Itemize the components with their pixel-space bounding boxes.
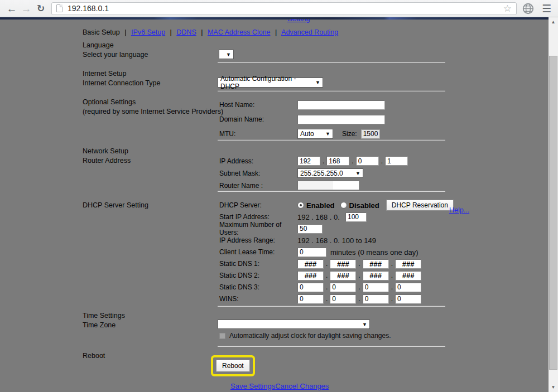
- dns3-octet2-input[interactable]: [330, 283, 356, 292]
- section-title: Language: [83, 41, 148, 50]
- bookmark-star-icon[interactable]: ☆: [503, 4, 512, 13]
- reload-icon[interactable]: ↻: [33, 4, 48, 13]
- dns2-octet3-input[interactable]: [363, 271, 389, 280]
- dns1-octet2-input[interactable]: [330, 259, 356, 269]
- mtu-label: MTU:: [219, 130, 297, 138]
- cancel-changes-link[interactable]: Cancel Changes: [275, 382, 329, 390]
- forward-icon[interactable]: →: [19, 3, 33, 14]
- static-dns1-row: Static DNS 1: . . .: [219, 259, 482, 269]
- wins-octet3-input[interactable]: [363, 294, 389, 304]
- dst-label: Automatically adjust clock for daylight …: [229, 332, 391, 340]
- scrollbar-thumb[interactable]: [549, 56, 557, 370]
- dns1-octet4-input[interactable]: [395, 259, 421, 269]
- start-ip-input[interactable]: [345, 212, 367, 222]
- browser-toolbar: ← → ↻ 192.168.0.1 ☆ ☰: [0, 0, 558, 17]
- wins-label: WINS:: [219, 295, 297, 303]
- host-name-label: Host Name:: [219, 101, 297, 109]
- wins-octet2-input[interactable]: [330, 294, 356, 304]
- max-users-input[interactable]: [297, 224, 323, 234]
- dns2-octet2-input[interactable]: [330, 271, 356, 280]
- subnet-mask-select[interactable]: 255.255.255.0 ▼: [297, 168, 363, 178]
- router-name-input[interactable]: [297, 181, 359, 190]
- section-divider: [218, 62, 445, 63]
- router-admin-page: ← → ↻ 192.168.0.1 ☆ ☰ Setting ▲ ▼ Basic …: [0, 0, 558, 392]
- subnet-mask-label: Subnet Mask:: [219, 170, 297, 177]
- ip-octet3-input[interactable]: [356, 156, 379, 166]
- wins-octet4-input[interactable]: [395, 294, 421, 304]
- network-setup-form: IP Address: . . . Subnet Mask: 255.255.2…: [219, 156, 454, 193]
- section-divider: [218, 346, 445, 347]
- router-name-row: Router Name :: [219, 181, 454, 190]
- dot-separator: .: [381, 157, 383, 165]
- save-settings-link[interactable]: Save Settings: [230, 382, 275, 390]
- reboot-section-heading: Reboot: [83, 351, 105, 361]
- dot-separator: .: [391, 295, 393, 303]
- back-icon[interactable]: ←: [4, 3, 19, 14]
- dropdown-arrow-icon: ▼: [359, 322, 367, 327]
- dot-separator: .: [326, 283, 328, 291]
- mtu-select[interactable]: Auto ▼: [297, 129, 333, 139]
- section-title: Optional Settings: [83, 98, 223, 107]
- tab-ipv6-setup[interactable]: IPv6 Setup: [131, 28, 165, 36]
- dns2-octet1-input[interactable]: [297, 271, 324, 280]
- host-name-input[interactable]: [297, 100, 385, 110]
- tab-basic-setup[interactable]: Basic Setup: [83, 28, 120, 36]
- scroll-down-icon[interactable]: ▼: [549, 384, 558, 391]
- dns3-octet1-input[interactable]: [297, 283, 324, 292]
- static-dns3-label: Static DNS 3:: [219, 283, 297, 291]
- tab-advanced-routing[interactable]: Advanced Routing: [281, 28, 338, 36]
- url-text[interactable]: 192.168.0.1: [68, 4, 503, 13]
- dropdown-arrow-icon: ▼: [352, 171, 360, 176]
- section-title: Time Settings: [83, 311, 125, 321]
- vertical-scrollbar[interactable]: ▲ ▼: [549, 17, 558, 392]
- tab-separator: |: [124, 28, 126, 36]
- ip-octet2-input[interactable]: [326, 156, 349, 166]
- scroll-up-icon[interactable]: ▲: [549, 18, 558, 26]
- tab-mac-address-clone[interactable]: MAC Address Clone: [208, 28, 271, 36]
- dhcp-reservation-button[interactable]: DHCP Reservation: [386, 200, 454, 211]
- wins-octet1-input[interactable]: [297, 294, 324, 304]
- connection-type-select[interactable]: Automatic Configuration - DHCP ▼: [218, 78, 323, 88]
- section-subtitle: Router Address: [83, 156, 131, 166]
- dot-separator: .: [391, 272, 393, 279]
- domain-name-row: Domain Name:: [219, 114, 442, 124]
- timezone-select[interactable]: ▼: [218, 320, 370, 329]
- dns1-octet1-input[interactable]: [297, 259, 324, 269]
- ip-octet1-input[interactable]: [297, 156, 320, 166]
- clipped-header-link[interactable]: Setting: [287, 19, 310, 23]
- language-select[interactable]: ▼: [219, 50, 234, 59]
- section-subtitle: (required by some Internet Service Provi…: [83, 107, 223, 117]
- dropdown-arrow-icon: ▼: [322, 131, 330, 137]
- ip-octet4-input[interactable]: [385, 156, 408, 166]
- dns1-octet3-input[interactable]: [363, 259, 389, 269]
- dns3-octet3-input[interactable]: [363, 283, 389, 292]
- dhcp-disabled-radio[interactable]: [340, 202, 347, 209]
- dhcp-enabled-radio[interactable]: [297, 202, 304, 209]
- globe-icon[interactable]: [522, 3, 534, 14]
- selected-option: Auto: [300, 130, 314, 138]
- ip-range-row: IP Address Range: 192 . 168 . 0. 100 to …: [219, 235, 482, 245]
- tab-separator: |: [201, 28, 203, 36]
- address-bar[interactable]: 192.168.0.1 ☆: [51, 2, 517, 15]
- size-label: Size:: [342, 130, 357, 138]
- network-setup-heading: Network Setup Router Address: [83, 147, 131, 166]
- static-dns2-label: Static DNS 2:: [219, 272, 297, 279]
- section-title: Internet Setup: [83, 69, 160, 79]
- tab-ddns[interactable]: DDNS: [176, 28, 196, 36]
- lease-time-input[interactable]: [297, 248, 326, 257]
- dot-separator: .: [323, 157, 324, 165]
- domain-name-label: Domain Name:: [219, 115, 297, 123]
- domain-name-input[interactable]: [297, 115, 385, 124]
- reboot-button[interactable]: Reboot: [216, 360, 250, 372]
- dot-separator: .: [358, 260, 360, 268]
- mtu-size-input[interactable]: [361, 129, 380, 139]
- max-users-row: Maximum Number of Users:: [219, 224, 482, 234]
- max-users-label: Maximum Number of Users:: [219, 221, 297, 236]
- dot-separator: .: [358, 272, 360, 279]
- dns2-octet4-input[interactable]: [395, 271, 421, 280]
- menu-icon[interactable]: ☰: [542, 3, 551, 14]
- help-link[interactable]: Help...: [449, 206, 469, 214]
- dns3-octet4-input[interactable]: [395, 283, 421, 292]
- dst-checkbox[interactable]: [219, 333, 225, 339]
- internet-setup-heading: Internet Setup Internet Connection Type: [83, 69, 160, 88]
